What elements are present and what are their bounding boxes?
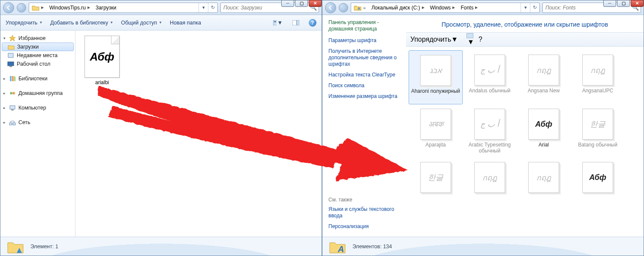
- font-name: [463, 195, 516, 207]
- fonts-folder-icon: A: [354, 4, 361, 12]
- file-item[interactable]: Абф arialbi: [81, 36, 123, 85]
- add-to-library-menu[interactable]: Добавить в библиотеку▼: [50, 20, 113, 26]
- font-name: Aparajita: [409, 142, 462, 154]
- font-tile[interactable]: अबकAparajita: [409, 104, 463, 158]
- font-preview-icon: กฤฎ: [528, 162, 559, 193]
- font-tile[interactable]: אבגAharoni полужирный: [409, 50, 463, 104]
- breadcrumb-seg[interactable]: Локальный диск (C:) ▶: [369, 3, 427, 12]
- organize-menu[interactable]: Упорядочить▼: [6, 20, 42, 26]
- font-tile[interactable]: กฤฎAngsana New: [517, 50, 571, 104]
- forward-button[interactable]: [17, 3, 26, 12]
- forward-button[interactable]: [339, 3, 348, 12]
- font-tile[interactable]: กฤฎ: [517, 158, 571, 211]
- caption-buttons: ─ ▢ ✕: [602, 0, 644, 7]
- file-name: arialbi: [81, 79, 123, 85]
- address-bar[interactable]: A « Локальный диск (C:) ▶ Windows ▶ Font…: [351, 3, 540, 13]
- toolbar: Упорядочить▼ Добавить в библиотеку▼ Общи…: [0, 15, 322, 30]
- cp-charmap-link[interactable]: Поиск символа: [328, 82, 401, 89]
- font-tile[interactable]: 한글Batang обычный: [571, 104, 625, 158]
- recent-icon: [7, 52, 14, 59]
- font-file-icon: Абф: [84, 36, 120, 78]
- nav-homegroup[interactable]: ▸ Домашняя группа: [0, 89, 75, 98]
- svg-text:A: A: [337, 244, 344, 254]
- svg-rect-16: [9, 123, 12, 125]
- font-tile[interactable]: АбфArial: [517, 104, 571, 158]
- nav-desktop[interactable]: Рабочий стол: [0, 60, 75, 68]
- font-preview-icon: אבג: [420, 55, 451, 86]
- font-preview-icon: กฤฎ: [582, 55, 613, 85]
- svg-rect-19: [466, 33, 473, 38]
- font-tile[interactable]: 한글: [409, 158, 463, 211]
- minimize-button[interactable]: ─: [281, 0, 294, 7]
- font-tile[interactable]: กฤฎAngsanaUPC: [571, 50, 625, 104]
- status-text: Элемент: 1: [30, 244, 58, 250]
- font-preview-icon: أ ب ج: [474, 55, 505, 85]
- breadcrumb-seg[interactable]: WindowsTips.ru ▶: [47, 3, 93, 12]
- font-tile[interactable]: Абф: [571, 158, 625, 211]
- svg-rect-6: [8, 53, 13, 58]
- maximize-button[interactable]: ▢: [617, 0, 630, 7]
- font-tile[interactable]: กฤฎ: [463, 158, 517, 211]
- svg-rect-11: [14, 76, 15, 81]
- cp-font-params-link[interactable]: Параметры шрифта: [328, 37, 401, 44]
- organize-menu[interactable]: Упорядочить▼: [410, 36, 458, 43]
- nav-network[interactable]: ▸ Сеть: [0, 118, 75, 127]
- share-menu[interactable]: Общий доступ▼: [121, 20, 162, 26]
- cp-cleartype-link[interactable]: Настройка текста ClearType: [328, 72, 401, 78]
- svg-rect-0: [273, 20, 277, 25]
- view-menu[interactable]: ▼: [466, 33, 474, 46]
- homegroup-icon: [9, 90, 16, 97]
- cp-home-link[interactable]: Панель управления - домашняя страница: [328, 19, 401, 32]
- breadcrumb-seg[interactable]: Загрузки: [93, 3, 119, 12]
- font-name: Aharoni полужирный: [410, 88, 461, 101]
- navigation-pane: ▾ Избранное Загрузки Недавние места Рабо…: [0, 30, 75, 237]
- minimize-button[interactable]: ─: [603, 0, 616, 7]
- svg-rect-15: [11, 110, 14, 110]
- refresh-button[interactable]: ↻: [208, 3, 217, 12]
- file-list[interactable]: Абф arialbi: [75, 30, 322, 237]
- nav-recent[interactable]: Недавние места: [0, 51, 75, 60]
- back-button[interactable]: [3, 2, 14, 13]
- address-bar[interactable]: ▶ WindowsTips.ru ▶ Загрузки ▾ ↻: [29, 3, 218, 13]
- maximize-button[interactable]: ▢: [295, 0, 308, 7]
- breadcrumb-seg[interactable]: Windows ▶: [427, 3, 458, 12]
- font-preview-icon: أ ب ج: [474, 109, 505, 140]
- font-tile[interactable]: أ ب جArabic Typesetting обычный: [463, 104, 517, 158]
- network-icon: [9, 119, 16, 126]
- svg-rect-4: [297, 20, 299, 25]
- help-button[interactable]: ?: [309, 19, 316, 27]
- cp-lang-services-link[interactable]: Языки и службы текстового ввода: [328, 206, 401, 219]
- help-button[interactable]: ?: [478, 36, 482, 43]
- font-preview-icon: กฤฎ: [528, 55, 559, 85]
- svg-text:A: A: [358, 6, 361, 11]
- address-dropdown[interactable]: ▾: [521, 3, 530, 12]
- font-name: Arabic Typesetting обычный: [463, 142, 516, 154]
- font-name: Batang обычный: [572, 142, 624, 154]
- close-button[interactable]: ✕: [631, 0, 644, 7]
- refresh-button[interactable]: ↻: [530, 3, 539, 12]
- view-menu[interactable]: ▼: [273, 18, 283, 27]
- fonts-grid[interactable]: אבגAharoni полужирныйأ ب جAndalus обычны…: [406, 47, 644, 237]
- cp-online-fonts-link[interactable]: Получить в Интернете дополнительные свед…: [328, 48, 401, 67]
- font-name: Arial: [518, 142, 570, 154]
- nav-computer[interactable]: ▸ Компьютер: [0, 104, 75, 112]
- svg-marker-5: [9, 35, 15, 41]
- page-heading: Просмотр, удаление, отображение или скры…: [406, 15, 644, 32]
- nav-downloads[interactable]: Загрузки: [2, 43, 74, 51]
- breadcrumb-seg[interactable]: Fonts ▶: [458, 3, 481, 12]
- font-preview-icon: 한글: [582, 109, 613, 140]
- cp-personalization-link[interactable]: Персонализация: [328, 223, 401, 230]
- address-dropdown[interactable]: ▾: [199, 3, 208, 12]
- svg-rect-8: [9, 66, 12, 67]
- nav-favorites[interactable]: ▾ Избранное: [0, 34, 75, 43]
- cp-resize-link[interactable]: Изменение размера шрифта: [328, 93, 401, 100]
- computer-icon: [9, 104, 16, 111]
- back-button[interactable]: [325, 2, 336, 13]
- folder-icon: [32, 4, 39, 12]
- preview-pane-button[interactable]: [291, 18, 301, 27]
- font-tile[interactable]: أ ب جAndalus обычный: [463, 50, 517, 104]
- nav-libraries[interactable]: ▸ Библиотеки: [0, 74, 75, 83]
- close-button[interactable]: ✕: [309, 0, 322, 7]
- font-name: [518, 195, 570, 207]
- new-folder-button[interactable]: Новая папка: [170, 20, 201, 26]
